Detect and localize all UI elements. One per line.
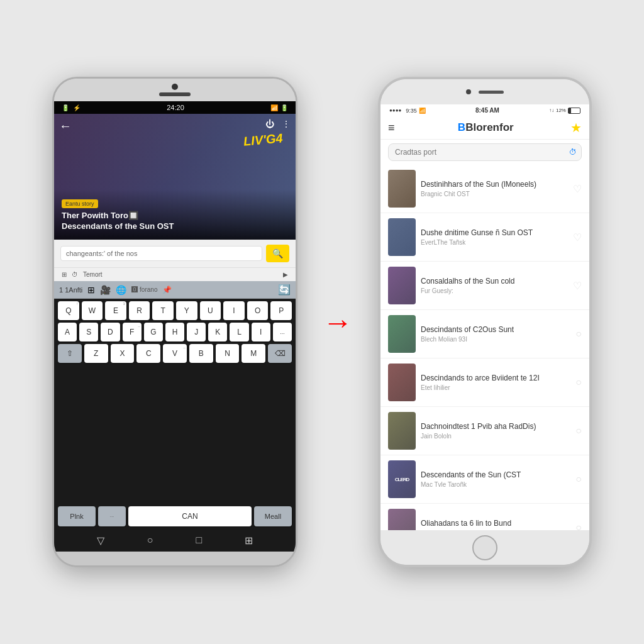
more-icon[interactable]: ⋮ [282,119,291,129]
key-y[interactable]: Y [176,301,197,320]
key-u[interactable]: U [200,301,221,320]
android-status-bar: 🔋 ⚡ 24:20 📶 🔋 [54,101,296,114]
list-item[interactable]: Oliahadans ta 6 lin to Bund MedNiule Tar… [380,504,589,530]
key-dots[interactable]: ... [273,323,292,341]
keyboard-emoji3[interactable]: 🌐 [116,285,126,295]
status-icon-2: ⚡ [73,104,80,111]
item-subtitle-0: Bragnic Chit OST [421,191,568,197]
key-z[interactable]: Z [84,344,108,363]
thumb-0 [388,170,416,208]
list-item[interactable]: Consaldalhs of the Sun cold Fur Guesly: … [380,262,589,310]
item-text-3: Descindants of C2Ous Sunt Blech Molian 9… [421,325,570,343]
nav-recents[interactable]: □ [196,535,202,546]
action-icon[interactable]: ⊞ [62,271,67,278]
backspace-key[interactable]: ⌫ [268,344,292,363]
key-f[interactable]: F_ [123,323,142,341]
ios-search-input[interactable] [388,143,582,161]
keyboard-refresh[interactable]: 🔄 [278,284,291,296]
list-item[interactable]: Dushe dnitime Gunse ñ Sun OST EverLThe T… [380,213,589,262]
action-label-text: Temort [83,271,103,278]
keyboard-toolbar: 1 1Anfti ⊞ 🎥 🌐 🅾 forano 📌 🔄 [54,281,296,299]
heart-icon-6[interactable]: ○ [575,474,582,485]
heart-icon-0[interactable]: ♡ [573,183,582,195]
heart-icon-2[interactable]: ♡ [573,280,582,292]
nav-home[interactable]: ○ [147,535,153,546]
key-space[interactable]: CAN [128,506,252,526]
key-n[interactable]: N [216,344,240,363]
key-a[interactable]: A [58,323,77,341]
key-e[interactable]: E3 [105,301,126,320]
play-icon[interactable]: ▶ [283,271,288,278]
android-speaker [159,92,191,96]
hero-overlay: Eantu story Ther Powith Toro🔲Descendants… [54,189,296,240]
key-d[interactable]: D [101,323,119,341]
ios-speaker [479,91,504,94]
key-b[interactable]: B [189,344,213,363]
key-cursor[interactable]: I [252,323,270,341]
home-button[interactable] [472,535,497,560]
list-item[interactable]: Descindants of C2Ous Sunt Blech Molian 9… [380,310,589,358]
key-t[interactable]: T [152,301,174,320]
ios-right-status: ↑↓ 12% [549,108,580,114]
item-subtitle-3: Blech Molian 93I [421,336,570,343]
back-button[interactable]: ← [59,119,72,133]
item-text-1: Dushe dnitime Gunse ñ Sun OST EverLThe T… [421,228,568,247]
key-i[interactable]: I [223,301,245,320]
key-meall[interactable]: Meall [254,506,292,526]
list-item[interactable]: Destinihhars of the Sun (lMoneels) Bragn… [380,165,589,213]
shift-key[interactable]: ⇧ [58,344,82,363]
key-k[interactable]: K [208,323,227,341]
ios-phone: ●●●● 9:35 📶 8:45 AM ↑↓ 12% ≡ BBlorenfor … [378,77,592,567]
key-g[interactable]: G [144,323,163,341]
key-c[interactable]: C [136,344,160,363]
keyboard-emoji2[interactable]: 🎥 [100,285,111,295]
action-label: ⏱ [72,271,78,278]
key-p[interactable]: P [270,301,292,320]
item-subtitle-2: Fur Guesly: [421,287,568,294]
search-button[interactable]: 🔍 [266,245,289,262]
hamburger-menu[interactable]: ≡ [388,121,395,135]
key-q[interactable]: Q! [58,301,79,320]
item-text-6: Descendants of the Sun (CST Mac Tvle Tar… [421,470,570,489]
heart-icon-1[interactable]: ♡ [573,231,582,243]
heart-icon-3[interactable]: ○ [575,328,582,340]
key-v[interactable]: V_ [163,344,187,363]
heart-icon-7[interactable]: ○ [575,522,582,530]
key-x[interactable]: X [111,344,135,363]
nav-back[interactable]: ▽ [97,535,104,547]
key-m[interactable]: M [242,344,265,363]
item-text-4: Descindands to arce Bviident te 12I Etet… [421,374,570,392]
keyboard-row-1: Q! W E3 R T Y U I O P [58,301,292,320]
android-screen: 🔋 ⚡ 24:20 📶 🔋 ← ⏻ ⋮ LIV'G4 Eantu sto [54,101,296,552]
item-title-4: Descindands to arce Bviident te 12I [421,374,570,384]
heart-icon-4[interactable]: ○ [575,377,582,388]
key-h[interactable]: H [165,323,184,341]
item-title-0: Destinihhars of the Sun (lMoneels) [421,180,568,190]
list-item[interactable]: Dachnoindtest 1 Pvib aha RadDis) Jain Bo… [380,407,589,455]
key-pink[interactable]: Plnk [58,506,96,526]
key-r[interactable]: R [129,301,150,320]
thumb-3 [388,315,416,353]
list-item[interactable]: CLERD Descendants of the Sun (CST Mac Tv… [380,455,589,504]
item-subtitle-1: EverLThe Tañsk [421,239,568,246]
item-title-1: Dushe dnitime Gunse ñ Sun OST [421,228,568,238]
power-icon[interactable]: ⏻ [265,119,274,129]
search-input[interactable]: changeants:' of the nos [60,246,262,261]
key-s[interactable]: S [79,323,98,341]
thumb-1 [388,218,416,256]
list-item[interactable]: Descindands to arce Bviident te 12I Etet… [380,358,589,407]
key-w[interactable]: W [82,301,103,320]
keyboard-emoji1[interactable]: ⊞ [87,285,95,295]
key-l[interactable]: L [230,323,248,341]
key-o[interactable]: O [247,301,269,320]
keyboard-row-2: A S D F_ G H J K L I ... [58,323,292,341]
key-j[interactable]: J [187,323,206,341]
keyboard-tool-pin[interactable]: 📌 [162,286,172,294]
favorite-star[interactable]: ★ [570,120,582,135]
item-title-6: Descendants of the Sun (CST [421,470,570,480]
heart-icon-5[interactable]: ○ [575,425,582,436]
ios-nav-header: ≡ BBlorenfor ★ [380,116,589,140]
key-emoji[interactable]: ··· [98,506,126,526]
nav-apps[interactable]: ⊞ [245,535,253,547]
ios-carrier-dots: ●●●● 9:35 📶 [389,108,426,114]
